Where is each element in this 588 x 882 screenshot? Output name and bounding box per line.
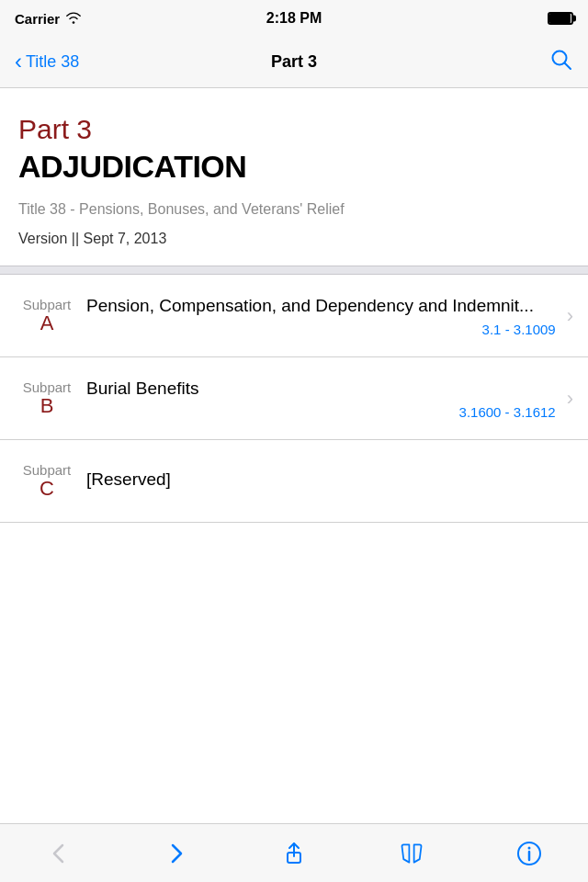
chevron-right-icon: › — [567, 304, 573, 328]
svg-line-1 — [565, 62, 571, 69]
content-header: Part 3 ADJUDICATION Title 38 - Pensions,… — [0, 88, 588, 266]
list-item[interactable]: Subpart B Burial Benefits 3.1600 - 3.161… — [0, 357, 588, 440]
svg-point-5 — [528, 846, 531, 849]
search-icon[interactable] — [549, 48, 573, 77]
chevron-left-icon: ‹ — [15, 51, 22, 73]
part-label: Part 3 — [18, 114, 570, 145]
subpart-a-letter: A — [40, 312, 54, 334]
subpart-b-content: Burial Benefits 3.1600 - 3.1612 — [79, 378, 567, 420]
back-nav-button[interactable] — [31, 833, 86, 874]
subpart-b-letter: B — [40, 395, 54, 417]
subpart-b-range: 3.1600 - 3.1612 — [86, 404, 556, 420]
part-title: ADJUDICATION — [18, 149, 570, 185]
subpart-c-text: Subpart — [23, 462, 72, 478]
share-button[interactable] — [266, 833, 322, 874]
subpart-c-content: [Reserved] — [79, 469, 573, 495]
subpart-a-text: Subpart — [23, 297, 72, 312]
list-item[interactable]: Subpart A Pension, Compensation, and Dep… — [0, 275, 588, 357]
bookmarks-button[interactable] — [384, 833, 439, 874]
nav-title: Part 3 — [271, 52, 317, 72]
subpart-c-letter: C — [40, 478, 54, 500]
back-button[interactable]: ‹ Title 38 — [15, 52, 79, 73]
subpart-b-label: Subpart B — [15, 379, 79, 417]
subpart-b-text: Subpart — [23, 379, 72, 395]
section-separator — [0, 266, 588, 275]
carrier-label: Carrier — [15, 11, 60, 27]
nav-bar: ‹ Title 38 Part 3 — [0, 37, 588, 88]
subpart-c-label: Subpart C — [15, 462, 79, 500]
status-time: 2:18 PM — [266, 10, 322, 27]
subpart-a-range: 3.1 - 3.1009 — [86, 322, 556, 337]
carrier-area: Carrier — [15, 11, 82, 27]
battery-icon — [548, 12, 573, 25]
chevron-right-icon: › — [567, 387, 573, 411]
subpart-c-title: [Reserved] — [86, 469, 562, 492]
forward-nav-button[interactable] — [149, 833, 204, 874]
status-bar: Carrier 2:18 PM — [0, 0, 588, 37]
battery-area — [548, 12, 573, 25]
subpart-b-title: Burial Benefits — [86, 378, 556, 401]
info-button[interactable] — [502, 833, 557, 874]
wifi-icon — [65, 12, 82, 25]
subpart-a-title: Pension, Compensation, and Dependency an… — [86, 295, 556, 318]
subtitle: Title 38 - Pensions, Bonuses, and Vetera… — [18, 199, 570, 220]
subpart-a-content: Pension, Compensation, and Dependency an… — [79, 295, 567, 337]
back-label: Title 38 — [26, 52, 79, 72]
version: Version || Sept 7, 2013 — [18, 231, 570, 247]
subpart-a-label: Subpart A — [15, 297, 79, 334]
subparts-list: Subpart A Pension, Compensation, and Dep… — [0, 275, 588, 523]
list-item[interactable]: Subpart C [Reserved] — [0, 440, 588, 523]
bottom-toolbar — [0, 823, 588, 882]
